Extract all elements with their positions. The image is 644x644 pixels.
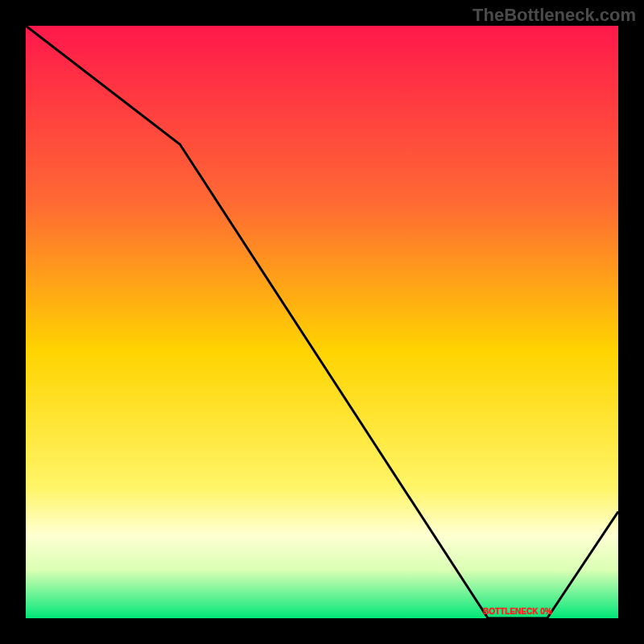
- chart-line: [26, 26, 618, 618]
- watermark-text: TheBottleneck.com: [473, 5, 636, 26]
- bottleneck-label: BOTTLENECK 0%: [221, 607, 644, 616]
- chart-frame: TheBottleneck.com BOTTLENECK 0%: [0, 0, 644, 644]
- plot-area: BOTTLENECK 0%: [26, 26, 618, 618]
